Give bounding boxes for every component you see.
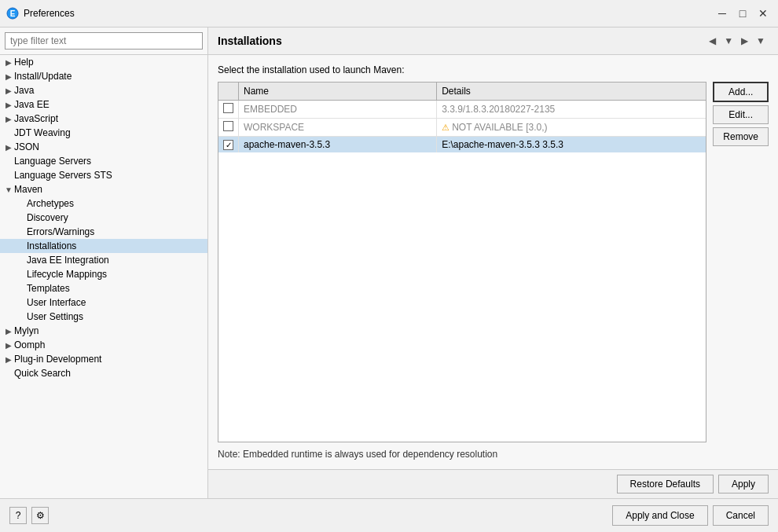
expand-arrow-maven: ▼	[3, 185, 14, 194]
warning-icon-workspace: ⚠	[442, 123, 450, 132]
expand-arrow-mylyn: ▶	[3, 327, 14, 336]
sidebar-item-language-servers[interactable]: Language Servers	[0, 154, 207, 168]
check-cell-embedded	[218, 101, 239, 119]
sidebar-item-label-java-ee: Java EE	[14, 99, 204, 110]
panel-content: Select the installation used to launch M…	[208, 55, 778, 469]
panel-header: Installations ◀ ▼ ▶ ▼	[208, 28, 778, 55]
footer-icons: ? ⚙	[9, 507, 607, 524]
check-cell-workspace	[218, 119, 239, 137]
sidebar-item-user-settings[interactable]: User Settings	[0, 310, 207, 324]
name-cell-embedded: EMBEDDED	[239, 101, 437, 119]
checkbox-embedded[interactable]	[223, 103, 233, 113]
sidebar-item-label-language-servers-sts: Language Servers STS	[14, 170, 204, 181]
app-icon: E	[6, 7, 19, 20]
sidebar-item-install-update[interactable]: ▶Install/Update	[0, 69, 207, 83]
sidebar-item-mylyn[interactable]: ▶Mylyn	[0, 324, 207, 338]
sidebar-item-label-lifecycle-mappings: Lifecycle Mappings	[27, 269, 204, 280]
sidebar-item-label-discovery: Discovery	[27, 212, 204, 223]
sidebar-item-maven[interactable]: ▼Maven	[0, 182, 207, 196]
settings-icon-button[interactable]: ⚙	[31, 507, 49, 524]
filter-wrap	[0, 28, 207, 55]
window-title: Preferences	[24, 8, 714, 19]
sidebar-item-installations[interactable]: Installations	[0, 239, 207, 253]
checkbox-apache-maven[interactable]: ✓	[223, 140, 233, 150]
sidebar-item-label-maven: Maven	[14, 184, 204, 195]
add-button[interactable]: Add...	[713, 82, 769, 102]
sidebar-item-label-json: JSON	[14, 141, 204, 152]
sidebar-item-label-templates: Templates	[27, 283, 204, 294]
forward-dropdown-button[interactable]: ▼	[753, 34, 769, 48]
sidebar-item-label-mylyn: Mylyn	[14, 325, 204, 336]
sidebar-item-label-java-ee-integration: Java EE Integration	[27, 255, 204, 266]
back-button[interactable]: ◀	[706, 34, 719, 48]
sidebar-item-label-java: Java	[14, 85, 204, 96]
restore-defaults-button[interactable]: Restore Defaults	[617, 475, 714, 493]
sidebar-item-templates[interactable]: Templates	[0, 281, 207, 295]
main-container: ▶Help▶Install/Update▶Java▶Java EE▶JavaSc…	[0, 28, 778, 498]
col-header-details: Details	[437, 83, 706, 101]
dialog-footer: ? ⚙ Apply and Close Cancel	[0, 498, 778, 532]
sidebar-item-discovery[interactable]: Discovery	[0, 211, 207, 225]
sidebar-item-plug-in-development[interactable]: ▶Plug-in Development	[0, 352, 207, 366]
sidebar-item-java[interactable]: ▶Java	[0, 83, 207, 97]
side-buttons: Add... Edit... Remove	[713, 82, 769, 442]
expand-arrow-help: ▶	[3, 58, 14, 67]
apply-and-close-button[interactable]: Apply and Close	[612, 505, 707, 526]
sidebar-item-json[interactable]: ▶JSON	[0, 140, 207, 154]
sidebar-item-label-archetypes: Archetypes	[27, 198, 204, 209]
sidebar-item-user-interface[interactable]: User Interface	[0, 295, 207, 310]
help-icon-button[interactable]: ?	[9, 507, 27, 524]
sidebar-item-oomph[interactable]: ▶Oomph	[0, 338, 207, 352]
panel-bottom: Restore Defaults Apply	[208, 469, 778, 498]
sidebar-item-java-ee-integration[interactable]: Java EE Integration	[0, 253, 207, 267]
expand-arrow-java: ▶	[3, 86, 14, 95]
table-row-embedded[interactable]: EMBEDDED3.3.9/1.8.3.20180227-2135	[218, 101, 706, 119]
col-header-name: Name	[239, 83, 437, 101]
panel-nav-buttons: ◀ ▼ ▶ ▼	[706, 34, 769, 48]
edit-button[interactable]: Edit...	[713, 105, 769, 124]
sidebar-item-label-installations: Installations	[27, 240, 204, 251]
sidebar-item-javascript[interactable]: ▶JavaScript	[0, 112, 207, 126]
title-bar: E Preferences ─ □ ✕	[0, 0, 778, 28]
expand-arrow-java-ee: ▶	[3, 101, 14, 109]
expand-arrow-plug-in-development: ▶	[3, 355, 14, 364]
details-cell-apache-maven: E:\apache-maven-3.5.3 3.5.3	[437, 137, 706, 153]
sidebar-item-jdt-weaving[interactable]: JDT Weaving	[0, 126, 207, 140]
table-row-workspace[interactable]: WORKSPACE⚠NOT AVAILABLE [3.0,)	[218, 119, 706, 137]
sidebar-item-label-install-update: Install/Update	[14, 71, 204, 82]
note-text: Note: Embedded runtime is always used fo…	[218, 449, 769, 460]
sidebar-item-label-javascript: JavaScript	[14, 113, 204, 124]
sidebar-item-help[interactable]: ▶Help	[0, 55, 207, 69]
sidebar-item-label-quick-search: Quick Search	[14, 368, 204, 379]
filter-input[interactable]	[5, 32, 203, 50]
sidebar-item-lifecycle-mappings[interactable]: Lifecycle Mappings	[0, 267, 207, 281]
sidebar-item-label-jdt-weaving: JDT Weaving	[14, 127, 204, 138]
remove-button[interactable]: Remove	[713, 127, 769, 146]
panel-title: Installations	[218, 35, 706, 47]
sidebar-item-quick-search[interactable]: Quick Search	[0, 366, 207, 380]
table-section: Name Details EMBEDDED3.3.9/1.8.3.2018022…	[218, 82, 769, 442]
cancel-button[interactable]: Cancel	[713, 505, 769, 526]
sidebar-item-label-help: Help	[14, 57, 204, 68]
checkbox-workspace[interactable]	[223, 121, 233, 131]
maximize-button[interactable]: □	[734, 5, 751, 22]
sidebar-item-language-servers-sts[interactable]: Language Servers STS	[0, 168, 207, 182]
expand-arrow-javascript: ▶	[3, 115, 14, 123]
sidebar-item-archetypes[interactable]: Archetypes	[0, 196, 207, 211]
tree-area: ▶Help▶Install/Update▶Java▶Java EE▶JavaSc…	[0, 55, 207, 498]
sidebar-item-java-ee[interactable]: ▶Java EE	[0, 97, 207, 112]
back-dropdown-button[interactable]: ▼	[721, 34, 736, 48]
sidebar-item-errors-warnings[interactable]: Errors/Warnings	[0, 225, 207, 239]
close-button[interactable]: ✕	[754, 5, 772, 22]
minimize-button[interactable]: ─	[714, 5, 731, 22]
apply-button[interactable]: Apply	[718, 475, 769, 493]
svg-text:E: E	[10, 9, 16, 18]
table-row-apache-maven[interactable]: ✓apache-maven-3.5.3E:\apache-maven-3.5.3…	[218, 137, 706, 153]
sidebar-item-label-language-servers: Language Servers	[14, 156, 204, 167]
sidebar-item-label-user-settings: User Settings	[27, 311, 204, 322]
expand-arrow-json: ▶	[3, 143, 14, 152]
check-cell-apache-maven: ✓	[218, 137, 239, 153]
name-cell-workspace: WORKSPACE	[239, 119, 437, 137]
forward-button[interactable]: ▶	[738, 34, 751, 48]
sidebar: ▶Help▶Install/Update▶Java▶Java EE▶JavaSc…	[0, 28, 208, 498]
